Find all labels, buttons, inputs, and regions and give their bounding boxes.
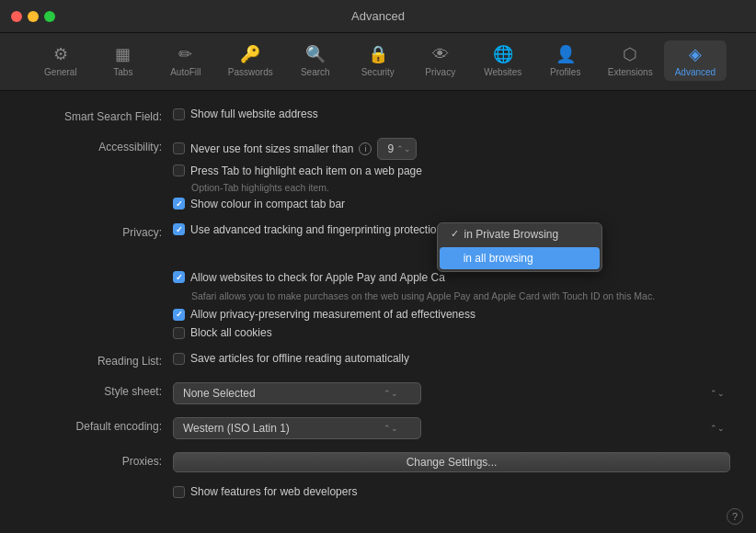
smart-search-controls: Show full website address bbox=[173, 108, 730, 120]
press-tab-label: Press Tab to highlight each item on a we… bbox=[190, 164, 422, 177]
tracking-option-all[interactable]: in all browsing bbox=[440, 247, 600, 269]
apple-pay-label: Allow websites to check for Apple Pay an… bbox=[190, 271, 445, 284]
style-sheet-controls: None Selected ⌃⌄ bbox=[173, 382, 730, 404]
minimize-button[interactable] bbox=[28, 11, 39, 22]
proxies-row: Proxies: Change Settings... bbox=[26, 452, 730, 472]
show-colour-label: Show colour in compact tab bar bbox=[190, 198, 345, 210]
font-size-info-icon[interactable]: i bbox=[359, 142, 372, 155]
toolbar-label-profiles: Profiles bbox=[550, 67, 580, 77]
tracking-protection-checkbox[interactable] bbox=[173, 223, 185, 235]
default-encoding-row: Default encoding: Western (ISO Latin 1) … bbox=[26, 417, 730, 439]
show-full-address-label: Show full website address bbox=[190, 108, 318, 120]
autofill-icon: ✏ bbox=[178, 44, 192, 64]
toolbar-item-security[interactable]: 🔒 Security bbox=[347, 40, 409, 81]
toolbar-label-security: Security bbox=[361, 67, 395, 77]
toolbar-item-advanced[interactable]: ◈ Advanced bbox=[664, 40, 727, 81]
block-cookies-row: Block all cookies bbox=[173, 326, 730, 339]
advanced-icon: ◈ bbox=[689, 44, 702, 64]
tracking-option-private-label: in Private Browsing bbox=[464, 228, 559, 241]
toolbar-label-autofill: AutoFill bbox=[170, 67, 200, 77]
tabs-icon: ▦ bbox=[115, 44, 131, 64]
proxies-label: Proxies: bbox=[26, 452, 173, 470]
font-size-select[interactable]: 9 bbox=[377, 138, 417, 160]
reading-list-row: Reading List: Save articles for offline … bbox=[26, 352, 730, 369]
search-icon: 🔍 bbox=[305, 44, 326, 64]
block-cookies-label: Block all cookies bbox=[190, 326, 272, 339]
show-dev-features-row: Show features for web developers bbox=[173, 485, 730, 498]
smart-search-field-row: Smart Search Field: Show full website ad… bbox=[26, 108, 730, 125]
option-tab-note-row: Option-Tab highlights each item. bbox=[191, 182, 730, 193]
toolbar-label-advanced: Advanced bbox=[675, 67, 716, 77]
option-tab-note: Option-Tab highlights each item. bbox=[191, 182, 329, 193]
maximize-button[interactable] bbox=[44, 11, 55, 22]
save-articles-label: Save articles for offline reading automa… bbox=[190, 352, 409, 365]
save-articles-checkbox[interactable] bbox=[173, 353, 185, 365]
save-articles-row: Save articles for offline reading automa… bbox=[173, 352, 730, 365]
apple-pay-checkbox[interactable] bbox=[173, 271, 185, 283]
toolbar-item-extensions[interactable]: ⬡ Extensions bbox=[597, 40, 664, 81]
no-font-sizes-checkbox[interactable] bbox=[173, 142, 185, 154]
toolbar-label-search: Search bbox=[301, 67, 330, 77]
style-sheet-label: Style sheet: bbox=[26, 382, 173, 400]
toolbar-item-autofill[interactable]: ✏ AutoFill bbox=[155, 40, 217, 81]
toolbar-label-privacy: Privacy bbox=[425, 67, 455, 77]
default-encoding-controls: Western (ISO Latin 1) ⌃⌄ bbox=[173, 417, 730, 439]
settings-panel: Smart Search Field: Show full website ad… bbox=[0, 91, 756, 533]
show-full-address-checkbox[interactable] bbox=[173, 108, 185, 120]
default-encoding-value: Western (ISO Latin 1) bbox=[183, 422, 290, 435]
check-private: ✓ bbox=[451, 228, 459, 240]
press-tab-row: Press Tab to highlight each item on a we… bbox=[173, 164, 730, 177]
accessibility-controls: Never use font sizes smaller than i 9 Pr… bbox=[173, 138, 730, 210]
traffic-lights bbox=[11, 11, 55, 22]
smart-search-label: Smart Search Field: bbox=[26, 108, 173, 125]
ad-measurement-label: Allow privacy-preserving measurement of … bbox=[190, 308, 475, 321]
reading-list-label: Reading List: bbox=[26, 352, 173, 369]
profiles-icon: 👤 bbox=[556, 44, 576, 64]
no-font-sizes-label: Never use font sizes smaller than bbox=[190, 142, 353, 155]
toolbar-label-general: General bbox=[44, 67, 77, 77]
style-sheet-select-wrapper: None Selected ⌃⌄ bbox=[173, 382, 730, 404]
default-encoding-chevron: ⌃⌄ bbox=[384, 424, 398, 433]
toolbar-item-profiles[interactable]: 👤 Profiles bbox=[534, 40, 597, 81]
reading-list-controls: Save articles for offline reading automa… bbox=[173, 352, 730, 365]
apple-pay-row: Allow websites to check for Apple Pay an… bbox=[173, 271, 730, 284]
show-colour-checkbox[interactable] bbox=[173, 198, 185, 210]
toolbar-item-websites[interactable]: 🌐 Websites bbox=[472, 40, 534, 81]
dev-features-label bbox=[26, 485, 173, 487]
press-tab-checkbox[interactable] bbox=[173, 164, 185, 176]
tracking-option-all-label: in all browsing bbox=[464, 252, 533, 265]
toolbar-item-search[interactable]: 🔍 Search bbox=[284, 40, 347, 81]
default-encoding-select-wrapper: Western (ISO Latin 1) ⌃⌄ bbox=[173, 417, 730, 439]
title-bar: Advanced bbox=[0, 0, 756, 33]
block-cookies-checkbox[interactable] bbox=[173, 327, 185, 339]
websites-icon: 🌐 bbox=[493, 44, 513, 64]
toolbar: ⚙ General ▦ Tabs ✏ AutoFill 🔑 Passwords … bbox=[0, 33, 756, 91]
default-encoding-select[interactable]: Western (ISO Latin 1) ⌃⌄ bbox=[173, 417, 421, 439]
dev-features-controls: Show features for web developers bbox=[173, 485, 730, 498]
security-icon: 🔒 bbox=[368, 44, 388, 64]
toolbar-item-privacy[interactable]: 👁 Privacy bbox=[409, 41, 472, 81]
style-sheet-select[interactable]: None Selected ⌃⌄ bbox=[173, 382, 421, 404]
font-size-select-wrapper: 9 bbox=[377, 138, 417, 160]
style-sheet-row: Style sheet: None Selected ⌃⌄ bbox=[26, 382, 730, 404]
close-button[interactable] bbox=[11, 11, 22, 22]
default-encoding-label: Default encoding: bbox=[26, 417, 173, 435]
toolbar-item-passwords[interactable]: 🔑 Passwords bbox=[217, 40, 284, 81]
toolbar-item-tabs[interactable]: ▦ Tabs bbox=[92, 40, 155, 81]
show-dev-features-checkbox[interactable] bbox=[173, 486, 185, 498]
show-dev-features-label: Show features for web developers bbox=[190, 485, 357, 498]
style-sheet-value: None Selected bbox=[183, 387, 256, 400]
toolbar-label-websites: Websites bbox=[484, 67, 521, 77]
ad-measurement-checkbox[interactable] bbox=[173, 309, 185, 321]
toolbar-label-passwords: Passwords bbox=[228, 67, 273, 77]
tracking-protection-label: Use advanced tracking and fingerprinting… bbox=[190, 223, 437, 236]
show-colour-row: Show colour in compact tab bar bbox=[173, 198, 730, 210]
privacy-label: Privacy: bbox=[26, 223, 173, 241]
accessibility-label: Accessibility: bbox=[26, 138, 173, 155]
toolbar-label-extensions: Extensions bbox=[608, 67, 653, 77]
change-settings-button[interactable]: Change Settings... bbox=[173, 452, 730, 472]
style-sheet-chevron: ⌃⌄ bbox=[384, 389, 398, 398]
help-button[interactable]: ? bbox=[727, 508, 743, 525]
tracking-option-private[interactable]: ✓ in Private Browsing bbox=[438, 223, 601, 245]
toolbar-item-general[interactable]: ⚙ General bbox=[29, 40, 92, 81]
